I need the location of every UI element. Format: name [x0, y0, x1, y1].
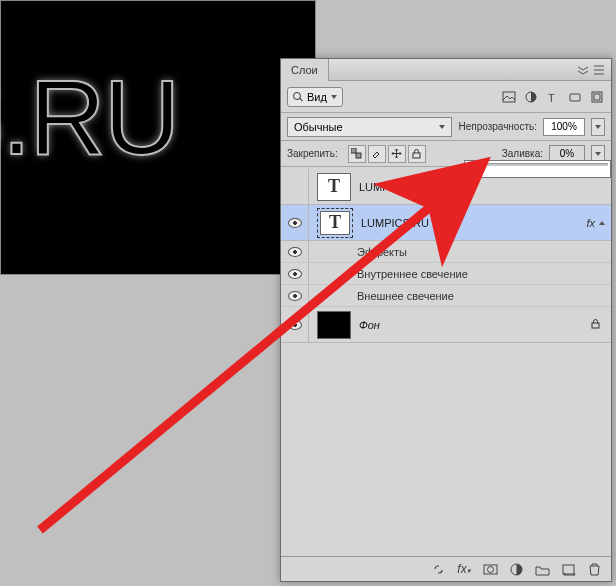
eye-icon [288, 218, 302, 228]
new-group-button[interactable] [533, 560, 551, 578]
chevron-down-icon [439, 125, 445, 129]
layer-thumb-text: T [317, 173, 351, 201]
layer-thumb-text: T [320, 211, 350, 235]
search-icon [293, 92, 303, 102]
tab-layers[interactable]: Слои [281, 59, 329, 81]
panel-menu-icon[interactable] [593, 64, 605, 76]
layer-row[interactable]: T LUMPICS.RU fx [281, 205, 611, 241]
panel-titlebar: Слои [281, 59, 611, 81]
filter-toolbar: Вид T [281, 81, 611, 113]
svg-rect-0 [503, 92, 515, 102]
add-fx-button[interactable]: fx▾ [455, 560, 473, 578]
canvas-text-layer: ICS.RU [0, 57, 178, 178]
visibility-toggle[interactable] [281, 285, 309, 307]
layer-name[interactable]: LUMPICS.RU копия [359, 181, 611, 193]
filter-type-select[interactable]: Вид [287, 87, 343, 107]
layer-row[interactable]: Фон [281, 307, 611, 343]
svg-rect-5 [594, 94, 600, 100]
eye-icon [288, 291, 302, 301]
filter-adjust-icon[interactable] [523, 89, 539, 105]
svg-rect-8 [413, 153, 420, 158]
fill-label: Заливка: [502, 148, 543, 159]
document-canvas[interactable]: ICS.RU [0, 0, 316, 275]
filter-label: Вид [307, 91, 327, 103]
visibility-toggle[interactable] [281, 205, 309, 241]
slider-thumb[interactable] [466, 166, 476, 174]
layer-name[interactable]: LUMPICS.RU [361, 217, 586, 229]
chevron-down-icon [595, 152, 601, 156]
layers-panel: Слои Вид T Обычные Непро [280, 58, 612, 582]
fx-indicator: fx [586, 217, 599, 229]
fx-header-row[interactable]: Эффекты [281, 241, 611, 263]
lock-transparent-icon[interactable] [348, 145, 366, 163]
lock-paint-icon[interactable] [368, 145, 386, 163]
visibility-toggle[interactable] [281, 241, 309, 263]
layer-name[interactable]: Фон [359, 319, 590, 331]
opacity-label: Непрозрачность: [458, 121, 537, 132]
panel-footer: fx▾ [281, 556, 611, 581]
collapse-icon[interactable] [577, 64, 589, 76]
fx-effect-row[interactable]: Внутреннее свечение [281, 263, 611, 285]
svg-rect-7 [356, 153, 361, 158]
blend-mode-value: Обычные [294, 121, 343, 133]
visibility-toggle[interactable] [281, 307, 309, 343]
visibility-toggle[interactable] [281, 169, 309, 205]
fx-expand-toggle[interactable] [599, 221, 611, 225]
chevron-down-icon [595, 125, 601, 129]
svg-rect-13 [563, 565, 574, 574]
link-layers-button[interactable] [429, 560, 447, 578]
opacity-dropdown[interactable] [591, 118, 605, 136]
chevron-down-icon [331, 95, 337, 99]
fx-header-label: Эффекты [357, 246, 407, 258]
lock-label: Закрепить: [287, 148, 338, 159]
layer-thumb [317, 311, 351, 339]
lock-icon [590, 318, 611, 331]
new-layer-button[interactable] [559, 560, 577, 578]
filter-text-icon[interactable]: T [545, 89, 561, 105]
svg-text:T: T [548, 92, 555, 104]
blend-mode-select[interactable]: Обычные [287, 117, 452, 137]
lock-all-icon[interactable] [408, 145, 426, 163]
svg-rect-6 [351, 148, 356, 153]
chevron-up-icon [599, 221, 605, 225]
fx-effect-row[interactable]: Внешнее свечение [281, 285, 611, 307]
slider-track[interactable] [467, 163, 608, 166]
svg-rect-9 [592, 323, 599, 328]
new-adjustment-button[interactable] [507, 560, 525, 578]
fx-effect-label: Внутреннее свечение [357, 268, 468, 280]
add-mask-button[interactable] [481, 560, 499, 578]
eye-icon [288, 269, 302, 279]
svg-rect-3 [570, 94, 580, 101]
blend-opacity-row: Обычные Непрозрачность: 100% [281, 113, 611, 141]
filter-image-icon[interactable] [501, 89, 517, 105]
fx-effect-label: Внешнее свечение [357, 290, 454, 302]
eye-icon [288, 320, 302, 330]
svg-point-11 [487, 566, 493, 572]
layers-list: T LUMPICS.RU копия T LUMPICS.RU fx Эффек… [281, 169, 611, 556]
fill-slider-popup[interactable] [464, 160, 611, 178]
visibility-toggle[interactable] [281, 263, 309, 285]
delete-layer-button[interactable] [585, 560, 603, 578]
opacity-input[interactable]: 100% [543, 118, 585, 136]
lock-move-icon[interactable] [388, 145, 406, 163]
filter-smartobj-icon[interactable] [589, 89, 605, 105]
eye-icon [288, 247, 302, 257]
filter-shape-icon[interactable] [567, 89, 583, 105]
